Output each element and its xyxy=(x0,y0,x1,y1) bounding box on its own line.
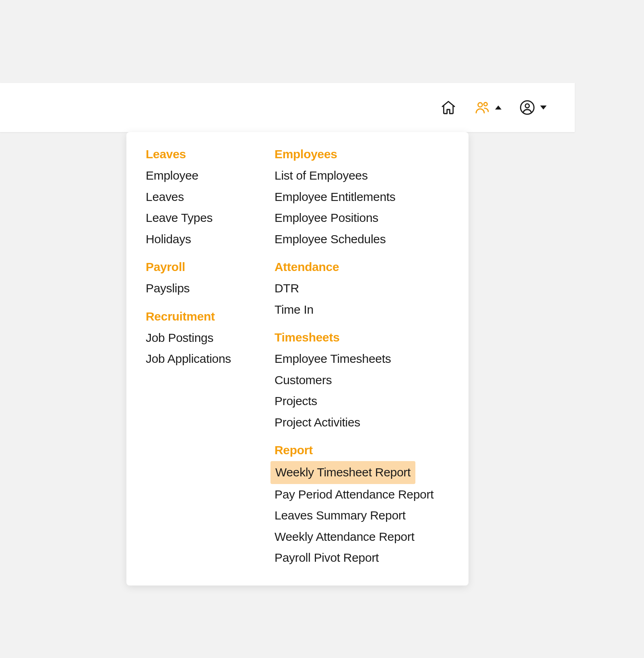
menu-section-employees: EmployeesList of EmployeesEmployee Entit… xyxy=(275,147,449,250)
profile-menu-button[interactable] xyxy=(519,99,547,116)
menu-section-leaves: LeavesEmployee LeavesLeave TypesHolidays xyxy=(146,147,236,250)
menu-item-list-of-employees[interactable]: List of Employees xyxy=(270,165,449,186)
menu-item-employee-positions[interactable]: Employee Positions xyxy=(270,207,449,229)
mega-menu-dropdown: LeavesEmployee LeavesLeave TypesHolidays… xyxy=(126,132,469,586)
menu-item-time-in[interactable]: Time In xyxy=(270,299,449,321)
menu-section-header: Employees xyxy=(275,147,449,161)
menu-item-leave-types[interactable]: Leave Types xyxy=(142,207,236,229)
profile-icon xyxy=(519,99,535,116)
svg-point-0 xyxy=(478,103,483,107)
menu-item-holidays[interactable]: Holidays xyxy=(142,229,236,250)
menu-section-header: Report xyxy=(275,443,449,457)
menu-item-weekly-timesheet-report[interactable]: Weekly Timesheet Report xyxy=(270,461,415,484)
menu-section-header: Recruitment xyxy=(146,310,236,323)
svg-point-1 xyxy=(484,103,487,106)
menu-section-header: Payroll xyxy=(146,260,236,274)
people-icon xyxy=(474,99,490,116)
menu-item-employee-schedules[interactable]: Employee Schedules xyxy=(270,229,449,250)
people-menu-button[interactable] xyxy=(474,99,502,116)
menu-section-attendance: AttendanceDTRTime In xyxy=(275,260,449,320)
menu-item-weekly-attendance-report[interactable]: Weekly Attendance Report xyxy=(270,526,449,548)
menu-section-recruitment: RecruitmentJob PostingsJob Applications xyxy=(146,310,236,370)
menu-section-timesheets: TimesheetsEmployee TimesheetsCustomersPr… xyxy=(275,331,449,433)
menu-item-dtr[interactable]: DTR xyxy=(270,278,449,299)
menu-column-1: LeavesEmployee LeavesLeave TypesHolidays… xyxy=(126,147,255,569)
menu-item-project-activities[interactable]: Project Activities xyxy=(270,412,449,433)
menu-item-employee-leaves[interactable]: Employee Leaves xyxy=(142,165,236,207)
home-icon xyxy=(440,99,456,116)
caret-up-icon xyxy=(495,106,502,110)
svg-point-3 xyxy=(525,104,529,108)
menu-section-payroll: PayrollPayslips xyxy=(146,260,236,299)
menu-item-job-postings[interactable]: Job Postings xyxy=(142,327,236,349)
menu-section-report: ReportWeekly Timesheet ReportPay Period … xyxy=(275,443,449,569)
menu-item-employee-timesheets[interactable]: Employee Timesheets xyxy=(270,348,449,370)
caret-down-icon xyxy=(540,106,547,110)
menu-item-leaves-summary-report[interactable]: Leaves Summary Report xyxy=(270,505,449,526)
menu-section-header: Attendance xyxy=(275,260,449,274)
menu-item-employee-entitlements[interactable]: Employee Entitlements xyxy=(270,186,449,208)
topbar xyxy=(0,83,575,132)
menu-item-job-applications[interactable]: Job Applications xyxy=(142,348,236,370)
menu-item-customers[interactable]: Customers xyxy=(270,370,449,391)
menu-item-pay-period-attendance-report[interactable]: Pay Period Attendance Report xyxy=(270,484,449,505)
topbar-icons xyxy=(440,99,547,116)
menu-item-payslips[interactable]: Payslips xyxy=(142,278,236,299)
menu-item-payroll-pivot-report[interactable]: Payroll Pivot Report xyxy=(270,547,449,569)
menu-column-2: EmployeesList of EmployeesEmployee Entit… xyxy=(255,147,469,569)
home-button[interactable] xyxy=(440,99,456,116)
menu-section-header: Timesheets xyxy=(275,331,449,344)
menu-section-header: Leaves xyxy=(146,147,236,161)
menu-item-projects[interactable]: Projects xyxy=(270,391,449,412)
